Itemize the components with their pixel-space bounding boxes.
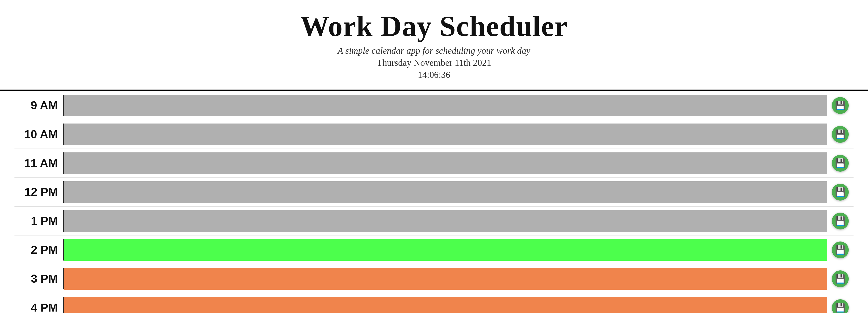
current-date: Thursday November 11th 2021 xyxy=(0,57,868,68)
time-row-1pm: 1 PM 💾 xyxy=(14,207,854,236)
time-label-2pm: 2 PM xyxy=(14,236,63,264)
save-btn-wrapper-4pm: 💾 xyxy=(827,293,854,313)
time-label-1pm: 1 PM xyxy=(14,207,63,235)
app-subtitle: A simple calendar app for scheduling you… xyxy=(0,45,868,56)
time-textarea-12pm[interactable] xyxy=(64,181,827,203)
time-row-11am: 11 AM 💾 xyxy=(14,149,854,178)
save-icon-12pm: 💾 xyxy=(835,188,846,197)
scheduler: 9 AM 💾 10 AM 💾 11 AM xyxy=(0,91,868,313)
time-label-10am: 10 AM xyxy=(14,120,63,148)
time-textarea-2pm[interactable] xyxy=(64,239,827,261)
time-textarea-4pm[interactable] xyxy=(64,297,827,313)
time-label-3pm: 3 PM xyxy=(14,264,63,293)
save-icon-10am: 💾 xyxy=(835,130,846,139)
app-header: Work Day Scheduler A simple calendar app… xyxy=(0,0,868,85)
time-input-wrapper-11am xyxy=(63,149,827,177)
save-icon-3pm: 💾 xyxy=(835,275,846,283)
time-label-12pm: 12 PM xyxy=(14,178,63,206)
save-btn-wrapper-12pm: 💾 xyxy=(827,178,854,206)
time-input-wrapper-10am xyxy=(63,120,827,148)
time-input-wrapper-9am xyxy=(63,91,827,120)
time-input-wrapper-4pm xyxy=(63,293,827,313)
time-textarea-9am[interactable] xyxy=(64,95,827,116)
save-button-2pm[interactable]: 💾 xyxy=(832,242,849,258)
current-time: 14:06:36 xyxy=(0,69,868,80)
time-label-11am: 11 AM xyxy=(14,149,63,177)
time-row-12pm: 12 PM 💾 xyxy=(14,178,854,207)
save-icon-2pm: 💾 xyxy=(835,246,846,254)
time-label-9am: 9 AM xyxy=(14,91,63,120)
save-btn-wrapper-10am: 💾 xyxy=(827,120,854,148)
save-btn-wrapper-2pm: 💾 xyxy=(827,236,854,264)
save-button-3pm[interactable]: 💾 xyxy=(832,270,849,287)
save-button-4pm[interactable]: 💾 xyxy=(832,299,849,313)
time-row-3pm: 3 PM 💾 xyxy=(14,264,854,293)
time-textarea-3pm[interactable] xyxy=(64,268,827,290)
time-label-4pm: 4 PM xyxy=(14,293,63,313)
time-row-2pm: 2 PM 💾 xyxy=(14,236,854,264)
save-button-1pm[interactable]: 💾 xyxy=(832,213,849,230)
save-button-9am[interactable]: 💾 xyxy=(832,97,849,114)
save-icon-11am: 💾 xyxy=(835,159,846,168)
save-button-12pm[interactable]: 💾 xyxy=(832,184,849,201)
app-title: Work Day Scheduler xyxy=(0,10,868,43)
time-input-wrapper-12pm xyxy=(63,178,827,206)
time-input-wrapper-1pm xyxy=(63,207,827,235)
time-textarea-1pm[interactable] xyxy=(64,210,827,232)
save-btn-wrapper-1pm: 💾 xyxy=(827,207,854,235)
save-icon-4pm: 💾 xyxy=(835,303,846,312)
save-btn-wrapper-9am: 💾 xyxy=(827,91,854,120)
time-input-wrapper-2pm xyxy=(63,236,827,264)
time-row-9am: 9 AM 💾 xyxy=(14,91,854,120)
save-icon-9am: 💾 xyxy=(835,101,846,110)
save-icon-1pm: 💾 xyxy=(835,217,846,225)
save-btn-wrapper-11am: 💾 xyxy=(827,149,854,177)
save-button-11am[interactable]: 💾 xyxy=(832,155,849,172)
time-row-4pm: 4 PM 💾 xyxy=(14,293,854,313)
save-btn-wrapper-3pm: 💾 xyxy=(827,264,854,293)
save-button-10am[interactable]: 💾 xyxy=(832,126,849,143)
time-textarea-11am[interactable] xyxy=(64,152,827,174)
time-textarea-10am[interactable] xyxy=(64,124,827,145)
time-input-wrapper-3pm xyxy=(63,264,827,293)
time-row-10am: 10 AM 💾 xyxy=(14,120,854,149)
